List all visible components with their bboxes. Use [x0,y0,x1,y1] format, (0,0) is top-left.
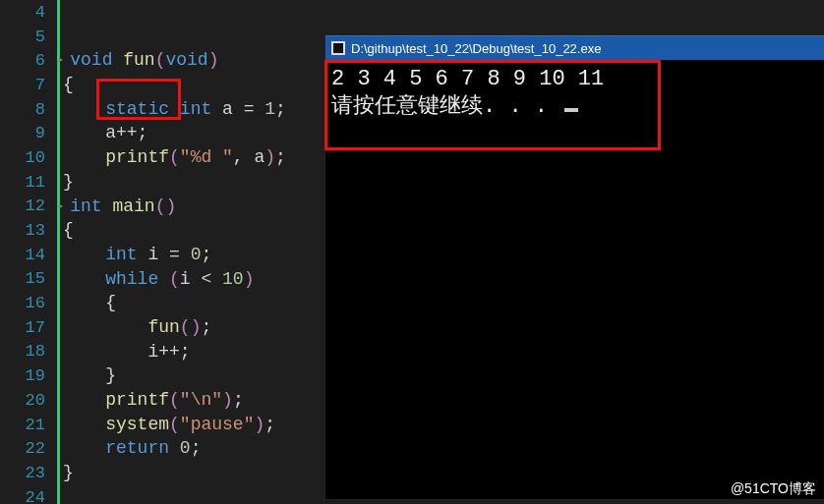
code-line[interactable]: return 0; [63,436,286,461]
code-token [63,317,147,337]
line-number: 24 [0,488,51,504]
code-token: ) [254,415,265,434]
code-content[interactable]: ▸void fun(void){ static int a = 1; a++; … [63,0,286,504]
watermark-text: @51CTO博客 [731,480,816,498]
line-number: 23 [0,464,51,482]
code-token: } [63,172,74,192]
code-token [63,245,105,264]
console-title-bar[interactable]: D:\githup\test_10_22\Debug\test_10_22.ex… [325,36,824,60]
code-token: 0 [191,245,202,264]
code-token: ( [180,317,191,337]
line-number: 9 [0,124,51,142]
code-token: ; [275,147,286,167]
code-token: { [63,293,116,312]
fold-marker-icon[interactable]: ▸ [57,199,64,213]
code-token [63,147,105,167]
code-token: int [70,196,112,216]
code-token: int [105,245,147,264]
code-token [63,415,105,434]
console-output-line-2: 请按任意键继续. . . [331,94,560,119]
code-token: fun [123,50,154,70]
code-line[interactable]: i++; [63,340,286,364]
code-token: i < [180,269,222,289]
line-number: 11 [0,173,51,192]
code-line[interactable]: printf("\n"); [63,388,286,413]
code-line[interactable]: ▸int main() [63,195,286,219]
line-number: 8 [0,100,51,119]
code-line[interactable]: while (i < 10) [63,267,286,292]
code-token: while [105,269,169,289]
code-token: 10 [222,269,244,289]
code-token [63,99,105,119]
code-token: return [105,438,180,458]
line-number: 15 [0,269,51,288]
console-title-text: D:\githup\test_10_22\Debug\test_10_22.ex… [351,41,601,56]
code-token: ; [201,245,211,264]
code-token: printf [105,390,169,410]
code-line[interactable]: printf("%d ", a); [63,145,286,170]
code-token: "%d " [180,147,233,167]
console-window[interactable]: D:\githup\test_10_22\Debug\test_10_22.ex… [325,35,824,499]
code-token: ( [169,269,180,289]
code-token: ( [155,196,166,216]
code-line[interactable]: { [63,73,286,97]
code-token: , a [233,147,265,167]
code-token: ( [169,415,180,434]
code-line[interactable]: int i = 0; [63,243,286,267]
code-token: printf [105,147,169,167]
code-line[interactable] [63,485,286,504]
code-token: i++; [63,342,191,362]
code-line[interactable] [63,0,286,25]
code-token: ) [208,50,219,70]
console-output: 2 3 4 5 6 7 8 9 10 11 请按任意键继续. . . [325,60,824,499]
fold-marker-icon[interactable]: ▸ [57,53,64,67]
line-number: 6 [0,51,51,70]
change-indicator-bar [57,0,60,504]
code-token: ) [265,147,275,167]
code-token: ) [165,196,176,216]
code-line[interactable]: static int a = 1; [63,97,286,122]
code-line[interactable]: } [63,364,286,388]
code-token: a++; [63,123,147,142]
code-line[interactable]: { [63,291,286,315]
code-line[interactable]: } [63,170,286,195]
code-token: ; [275,99,286,119]
code-token: ( [169,147,180,167]
code-token: ( [155,50,166,70]
console-app-icon [331,41,345,55]
code-token: ( [169,390,180,410]
code-token: fun [147,317,179,337]
line-number: 10 [0,148,51,167]
line-number: 12 [0,196,51,215]
code-line[interactable] [63,25,286,49]
code-token: int [180,99,222,119]
code-token [63,269,105,289]
line-number: 21 [0,416,51,434]
code-line[interactable]: ▸void fun(void) [63,48,286,73]
code-line[interactable]: } [63,461,286,485]
line-number: 7 [0,76,51,94]
code-line[interactable]: a++; [63,121,286,145]
code-token: ) [244,269,255,289]
code-token: i = [147,245,190,264]
code-token: } [63,365,116,385]
code-line[interactable]: fun(); [63,315,286,340]
code-token: 0 [180,438,191,458]
code-token: ) [191,317,202,337]
code-token: { [63,220,74,240]
line-number: 18 [0,342,51,361]
code-token: { [63,75,74,94]
line-number: 16 [0,294,51,312]
code-line[interactable]: { [63,218,286,243]
code-token: void [70,50,123,70]
console-output-line-1: 2 3 4 5 6 7 8 9 10 11 [331,67,604,91]
code-token: static [105,99,180,119]
line-number: 20 [0,391,51,410]
line-number: 5 [0,28,51,46]
code-token: ; [201,317,211,337]
code-token: system [105,415,169,434]
code-line[interactable]: system("pause"); [63,413,286,437]
code-token [63,438,105,458]
code-token [63,390,105,410]
code-token: } [63,463,74,482]
